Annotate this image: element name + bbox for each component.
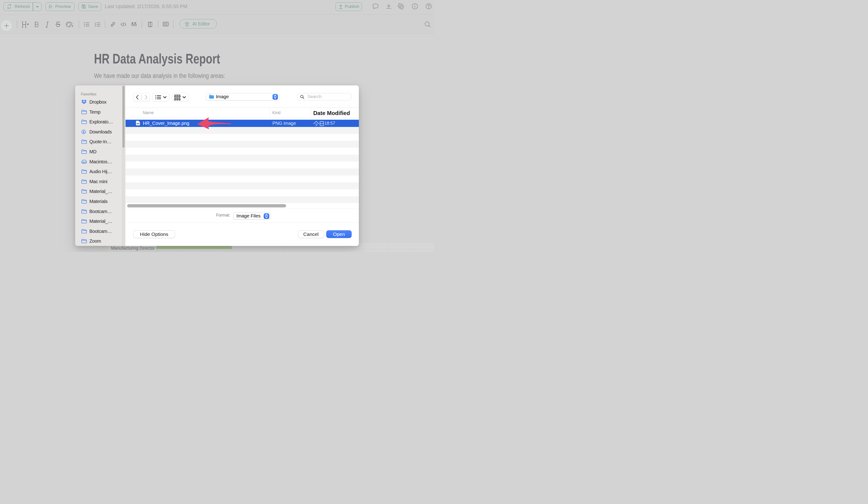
svg-text:3: 3 — [95, 25, 96, 27]
